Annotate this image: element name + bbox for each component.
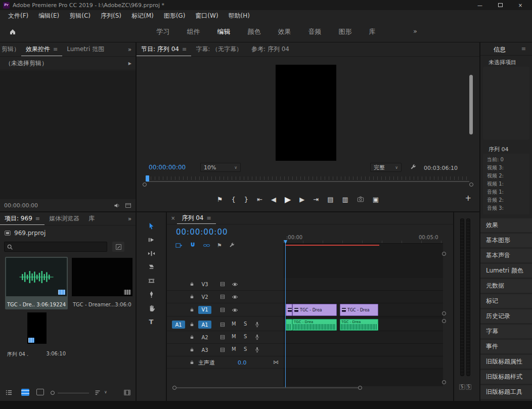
selection-tool[interactable] [137,219,166,233]
lane-v2[interactable] [283,291,443,303]
panel-tab-captions[interactable]: 字幕 [480,325,532,338]
add-marker-icon[interactable]: ⚑ [217,242,222,249]
automate-to-sequence-icon[interactable] [123,389,131,396]
search-bin-button[interactable] [112,242,124,252]
menu-sequence[interactable]: 序列(S) [96,12,126,20]
audio-clip-1[interactable]: TGC - Drea [292,319,337,331]
scrubber-handle-right[interactable] [469,183,473,187]
timeline-ruler[interactable]: :00:00 00:05:0 [283,234,443,244]
timeline-timecode[interactable]: 00:00:00:00 [176,228,228,237]
voiceover-mic-icon[interactable] [254,346,260,353]
mute-button[interactable]: M [232,334,236,339]
snap-magnet-icon[interactable] [189,242,196,249]
source-patch-a1[interactable]: A1 [172,321,185,329]
lock-icon[interactable] [189,359,195,365]
workspace-color[interactable]: 颜色 [248,27,261,36]
panel-menu-icon[interactable]: ≡ [35,215,40,222]
close-button[interactable]: × [512,3,529,8]
panel-tab-essential-graphics[interactable]: 基本图形 [480,234,532,247]
solo-button[interactable]: S [244,334,247,339]
linked-selection-icon[interactable] [203,242,210,249]
sync-lock-icon[interactable] [219,347,226,353]
workspace-libraries[interactable]: 库 [369,27,376,36]
panel-menu-icon[interactable]: ≡ [182,46,187,53]
panel-tab-legacy-title-properties[interactable]: 旧版标题属性 [480,355,532,369]
search-input[interactable] [16,243,106,251]
minimize-button[interactable]: — [471,3,489,8]
scrubber-playhead[interactable] [146,175,149,181]
voiceover-mic-icon[interactable] [254,334,260,340]
master-level-value[interactable]: 0.0 [238,359,247,366]
tab-project[interactable]: 项目: 969≡ [0,212,45,225]
track-name-a2[interactable]: A2 [198,333,211,341]
mark-out-button[interactable]: } [244,196,248,203]
lock-icon[interactable] [189,281,195,287]
workspace-learning[interactable]: 学习 [157,27,170,36]
item-name[interactable]: TGC - Dre.. [7,302,35,307]
panel-tab-lumetri-color[interactable]: Lumetri 颜色 [480,264,532,278]
panel-menu-icon[interactable]: ≡ [206,215,211,221]
mute-button[interactable]: M [232,346,236,352]
lock-icon[interactable] [189,322,195,327]
eye-icon[interactable] [232,294,238,300]
menu-graphics[interactable]: 图形(G) [159,12,191,20]
sync-lock-icon[interactable] [219,322,226,328]
panel-tab-history[interactable]: 历史记录 [480,309,532,323]
menu-window[interactable]: 窗口(W) [190,12,223,20]
program-timecode[interactable]: 00:00:00:00 [149,164,186,171]
resolution-dropdown[interactable]: 完整 ∨ [370,163,402,172]
workspace-assembly[interactable]: 组件 [187,27,200,36]
hscroll-handle-left[interactable] [172,386,176,390]
tab-program[interactable]: 节目: 序列 04≡ [137,42,191,56]
audio-clip-2[interactable]: TGC - Drea [340,319,378,331]
tab-media-browser[interactable]: 媒体浏览器 [45,212,84,225]
track-select-forward-tool[interactable] [137,233,166,247]
workspace-audio[interactable]: 音频 [308,27,322,36]
menu-edit[interactable]: 编辑(E) [33,12,64,20]
panel-menu-icon[interactable]: ≡ [53,46,58,53]
pen-tool[interactable] [137,288,166,301]
play-button[interactable]: ▶ [285,195,291,204]
slip-tool[interactable] [137,274,166,288]
menu-file[interactable]: 文件(F) [3,12,33,20]
ripple-edit-tool[interactable] [137,247,166,260]
step-forward-button[interactable]: ▶ [299,196,304,203]
step-back-button[interactable]: ◀ [271,196,276,203]
project-item-video[interactable]: TGC - Dreamer... 3:06:00 [71,257,134,309]
workspace-overflow-icon[interactable]: » [413,27,417,35]
zoom-slider-track[interactable] [58,393,89,393]
freeform-view-icon[interactable] [36,389,44,395]
project-item-sequence[interactable]: 序列 04 . 3:06:10 [5,311,68,364]
comparison-view-button[interactable]: ▣ [373,196,379,203]
pan-icon[interactable]: ⋈ [273,359,279,366]
icon-view-icon[interactable] [21,389,29,396]
menu-help[interactable]: 帮助(H) [224,12,255,20]
track-name-a3[interactable]: A3 [198,346,211,354]
eye-icon[interactable] [232,307,238,313]
tab-effect-controls[interactable]: 效果控件≡ [21,42,62,56]
panel-tab-markers[interactable]: 标记 [480,294,532,308]
timeline-settings-wrench-icon[interactable] [229,242,235,249]
add-marker-button[interactable]: ⚑ [217,196,223,203]
export-frame-icon[interactable] [125,202,131,209]
vscroll-handle-bottom[interactable] [442,380,446,384]
track-name-a1[interactable]: A1 [198,321,211,329]
expand-icon[interactable]: ▶ [128,61,131,66]
lock-icon[interactable] [189,347,195,352]
chevron-down-icon[interactable]: ∨ [104,390,107,394]
sync-lock-icon[interactable] [219,307,226,313]
info-title[interactable]: 信息 [494,46,506,54]
solo-button[interactable]: S [244,321,247,327]
video-clip-1[interactable]: TGC - Drea [292,304,337,316]
eye-icon[interactable] [232,281,238,288]
solo-left-button[interactable]: S [459,384,465,390]
tab-libraries[interactable]: 库 [84,212,99,225]
program-scrubber[interactable] [143,175,473,188]
hscroll-handle-right[interactable] [358,386,362,390]
panel-tab-events[interactable]: 事件 [480,340,532,353]
track-name-v2[interactable]: V2 [198,293,211,301]
solo-right-button[interactable]: S [466,384,471,390]
go-to-out-button[interactable]: ⇥ [313,196,319,203]
tab-source-partial[interactable]: 剪辑） [0,42,21,56]
tab-overflow-icon[interactable]: » [124,42,136,56]
